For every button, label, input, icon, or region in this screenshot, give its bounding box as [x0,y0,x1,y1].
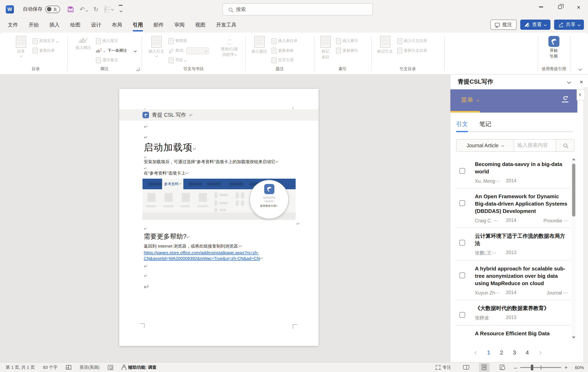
customize-qat-button[interactable] [119,5,122,13]
tab-mailings[interactable]: 邮件 [148,18,169,33]
ribbon-figure[interactable]: 参考资料↵ [143,179,296,220]
comments-button[interactable]: 批注 [490,20,516,30]
panel-collapse-button[interactable] [577,89,585,100]
refresh-icon[interactable]: C [562,95,568,102]
insert-toa-button[interactable]: 插入引文目录 [397,36,427,46]
accessibility-status[interactable]: 辅助功能: 调查 [117,364,161,370]
tab-insert[interactable]: 插入 [44,18,65,33]
panel-close-icon[interactable]: × [579,78,583,85]
zoom-out-icon[interactable]: – [514,364,517,371]
tab-references[interactable]: 引用 [127,18,148,33]
word-count[interactable]: 83 个字 [39,364,62,370]
citation-item[interactable]: A Resource Efficient Big Data [456,325,570,340]
citation-search-input[interactable]: 输入搜索内容 [514,140,556,151]
next-footnote-button[interactable]: ab1→ 下一条脚注 [96,46,136,55]
restore-button[interactable] [550,0,569,14]
citation-item[interactable]: Becoming data-savvy in a big-data world … [456,156,570,189]
citation-checkbox[interactable] [459,168,465,174]
update-index-button[interactable]: 更新索引 [336,46,358,55]
install-link-line2[interactable]: CN&assetid=WA200009392&isWac=True&ui=zh-… [144,256,263,261]
tab-developer[interactable]: 开发工具 [211,18,242,33]
document-page[interactable]: 青提 CSL 写作 ↵ ↵ ↵ 启动加载项↵ ↵ 安装加载项后，可通过选择"参考… [119,89,318,346]
scroll-down-icon[interactable] [572,337,575,339]
collapse-ribbon-icon[interactable] [579,67,582,71]
tab-review[interactable]: 审阅 [169,18,190,33]
zoom-in-icon[interactable]: + [565,364,567,370]
focus-mode-button[interactable]: 专注 [431,364,455,370]
change-provider-button[interactable]: →← 更改(C)提 供程序 [216,37,243,57]
insert-citation-button[interactable]: 插入引文 [147,36,166,57]
install-link-line1[interactable]: https://pages.store.office.com/addinsins… [144,250,259,255]
page-4[interactable]: 4 [526,350,529,356]
redo-button[interactable]: ↻ [93,6,98,12]
tab-view[interactable]: 视图 [190,18,211,33]
numbering-button[interactable]: 1—a—i— [104,6,113,13]
view-mode-button[interactable]: 查看 [520,20,550,30]
search-box[interactable]: 搜索 [222,3,373,16]
zoom-level[interactable]: 60% [570,365,584,370]
citation-checkbox[interactable] [459,200,465,206]
footnotes-dialog-launcher-icon[interactable] [136,67,140,71]
panel-options-chevron-icon[interactable] [567,80,571,84]
insert-footnote-button[interactable]: ab1 插入脚注 [73,37,94,50]
tab-citations[interactable]: 引文 [456,120,468,132]
document-canvas[interactable]: 青提 CSL 写作 ↵ ↵ ↵ 启动加载项↵ ↵ 安装加载项后，可通过选择"参考… [0,75,450,362]
autosave-toggle[interactable]: 关 [45,6,60,13]
word-logo-icon[interactable]: W [6,5,14,13]
mark-citation-button[interactable]: 标记引文 [374,36,396,53]
tab-draw[interactable]: 绘图 [65,18,86,33]
page-indicator[interactable]: 第 1 页, 共 1 页 [0,364,39,370]
citation-checkbox[interactable] [459,240,465,246]
insert-table-of-figures-button[interactable]: 插入表目录 [272,36,297,46]
manage-sources-button[interactable]: 管理源 [169,36,209,46]
cross-reference-button[interactable]: 交叉引用 [272,55,297,65]
citation-item[interactable]: A hybrid approach for scalable sub-tree … [456,261,570,300]
style-select[interactable] [186,47,209,54]
tab-file[interactable]: 文件 [2,18,23,33]
proofing-icon[interactable] [62,365,75,370]
citation-search-button[interactable] [556,140,574,151]
scroll-up-icon[interactable] [572,158,575,160]
update-table-button[interactable]: 更新表格 [272,46,297,55]
tab-layout[interactable]: 布局 [106,18,127,33]
next-page-icon[interactable] [538,351,542,354]
mark-entry-button[interactable]: 标记 条目 [317,36,334,59]
update-toc-button[interactable]: 更新目录 [33,46,58,55]
language-indicator[interactable]: 英语(美国) [75,364,104,370]
insert-caption-button[interactable]: 插入题注 [250,36,269,53]
zoom-slider[interactable] [520,367,561,368]
citation-checkbox[interactable] [459,312,465,318]
undo-button[interactable]: ↶ [80,6,88,13]
zoom-slider-thumb[interactable] [531,364,534,370]
add-text-button[interactable]: 添加文字 [33,36,58,46]
start-citation-button[interactable]: 开始 引用 [544,36,563,58]
save-icon[interactable] [67,6,74,12]
page-3[interactable]: 3 [513,350,516,356]
tab-design[interactable]: 设计 [86,18,106,33]
share-button[interactable]: 共享 [554,20,584,30]
show-notes-button[interactable]: 显示备注 [96,55,136,65]
citation-checkbox[interactable] [459,272,465,278]
read-mode-button[interactable] [461,363,472,372]
insert-endnote-button[interactable]: 插入尾注 [96,36,136,46]
close-button[interactable]: × [569,0,588,14]
toc-button[interactable]: 目录 [11,36,30,57]
web-layout-button[interactable] [497,363,507,372]
citation-item[interactable]: An Open Framework for Dynamic Big-data-d… [456,189,570,228]
menu-dropdown[interactable]: 菜单 [461,96,479,104]
macro-record-icon[interactable] [104,365,117,370]
list-scrollbar[interactable] [571,157,576,340]
style-dropdown[interactable]: 样式: [169,46,209,55]
prev-page-icon[interactable] [474,351,478,354]
insert-index-button[interactable]: 插入索引 [336,36,358,46]
page-2[interactable]: 2 [500,350,503,356]
page-1[interactable]: 1 [487,350,490,356]
tab-home[interactable]: 开始 [23,18,44,33]
citation-item[interactable]: 《大数据时代的数据素养教育》 张静波 2013 [456,300,570,325]
citation-item[interactable]: 云计算环境下适于工作流的数据布局方法 张鹏;;王⋯ 2013 [456,228,570,261]
update-toa-button[interactable]: 更新引文目录 [397,46,427,55]
type-filter-dropdown[interactable]: Journal Article [457,140,514,151]
bibliography-button[interactable]: 书目 [169,55,209,65]
minimize-button[interactable] [532,0,550,14]
print-layout-button[interactable] [479,363,489,372]
